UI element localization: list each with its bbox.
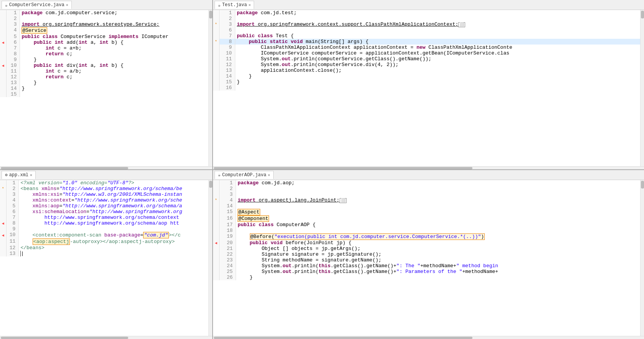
line-content[interactable]: @Component [236, 215, 640, 222]
line-content[interactable]: public int div(int a, int b) { [20, 63, 208, 68]
code-scroll-area-tl[interactable]: 1 package com.jd.computer.service; 2 3 i… [0, 10, 212, 166]
tab-close-app-xml[interactable]: ✕ [30, 173, 32, 177]
code-scroll-area-bl[interactable]: 1 <?xml version="1.0" encoding="UTF-8"?>… [0, 180, 212, 336]
code-area-computer-aop[interactable]: 1 package com.jd.aop; 2 3 [213, 180, 640, 336]
gutter: ◀ [0, 63, 6, 68]
line-content[interactable]: xmlns:xsi="http://www.w3.org/2001/XMLSch… [19, 192, 208, 197]
vertical-scrollbar-br[interactable] [640, 180, 644, 336]
code-area-app-xml[interactable]: 1 <?xml version="1.0" encoding="UTF-8"?>… [0, 180, 208, 336]
line-content[interactable]: } [236, 275, 640, 280]
line-content[interactable]: </beans> [19, 245, 208, 251]
line-content[interactable]: return c; [20, 51, 208, 57]
tab-app-xml[interactable]: ⚙ app.xml ✕ [2, 171, 36, 179]
line-content[interactable]: } [20, 57, 208, 63]
table-row: 7 int c = a+b; [0, 45, 208, 51]
line-content[interactable]: import org.springframework.context.suppo… [235, 21, 640, 27]
tab-close-test[interactable]: ✕ [248, 3, 251, 7]
code-area-computer-service[interactable]: 1 package com.jd.computer.service; 2 3 i… [0, 10, 208, 166]
vertical-scrollbar-bl[interactable] [208, 180, 212, 336]
line-content[interactable]: return c; [20, 74, 208, 80]
line-content[interactable]: <aop:aspectj-autoproxy></aop:aspectj-aut… [19, 238, 208, 245]
line-content[interactable]: public void before(JoinPoint jp) { [236, 240, 640, 246]
scrollbar-thumb-tr[interactable] [214, 167, 472, 169]
gutter [213, 27, 219, 33]
table-row: 9 [0, 226, 208, 232]
line-content[interactable]: @Aspect [236, 209, 640, 215]
line-content[interactable]: Signature signature = jp.getSignature(); [236, 251, 640, 257]
scroll-thumb-br[interactable] [641, 181, 644, 189]
line-content[interactable]: import org.aspectj.lang.JoinPoint;⬜ [236, 197, 640, 203]
vertical-scrollbar-tl[interactable] [208, 10, 212, 166]
line-content[interactable]: int c = a+b; [20, 45, 208, 51]
table-row: 13 | [0, 251, 208, 256]
line-content[interactable] [20, 91, 208, 97]
line-content[interactable]: xmlns:context="http://www.springframewor… [19, 197, 208, 203]
line-content[interactable] [235, 85, 640, 91]
horizontal-scrollbar-tr[interactable] [213, 166, 644, 169]
line-content[interactable]: applicationContext.close(); [235, 68, 640, 73]
table-row: 3 [213, 192, 640, 197]
line-content[interactable]: public class ComputerService implements … [20, 34, 208, 40]
horizontal-scrollbar-tl[interactable] [0, 166, 212, 169]
scrollbar-thumb-bl[interactable] [1, 337, 128, 339]
line-content[interactable]: } [235, 73, 640, 79]
scrollbar-thumb-tl[interactable] [1, 167, 128, 169]
line-content[interactable]: } [20, 80, 208, 86]
line-content[interactable]: System.out.println(computerService.getCl… [235, 56, 640, 62]
line-content[interactable] [20, 16, 208, 21]
line-content[interactable]: <beans xmlns="http://www.springframework… [19, 186, 208, 192]
scroll-thumb-bl[interactable] [209, 181, 212, 188]
line-content[interactable] [235, 27, 640, 33]
line-content[interactable]: http://www.springframework.org/schema/ao… [19, 220, 208, 226]
code-area-test[interactable]: 1 package com.jd.test; 2 * 3 import org.… [213, 10, 640, 166]
line-content[interactable]: public static void main(String[] args) { [235, 39, 640, 45]
line-content[interactable]: ClassPathXmlApplicationContext applicati… [235, 45, 640, 50]
line-content[interactable]: IComputerService computerService = appli… [235, 50, 640, 56]
line-content[interactable]: package com.jd.test; [235, 10, 640, 16]
line-content[interactable] [236, 228, 640, 233]
horizontal-scrollbar-bl[interactable] [0, 336, 212, 339]
line-content[interactable] [235, 16, 640, 21]
tab-computer-aop[interactable]: ☕ ComputerAOP.java ✕ [215, 171, 274, 179]
line-content[interactable]: System.out.println(computerService.div(4… [235, 62, 640, 68]
line-content[interactable]: Object [] objects = jp.getArgs(); [236, 246, 640, 251]
scroll-thumb-tr[interactable] [641, 11, 644, 18]
line-content[interactable] [236, 203, 640, 209]
line-content[interactable] [236, 186, 640, 192]
line-content[interactable]: public class Test { [235, 33, 640, 39]
vertical-scrollbar-tr[interactable] [640, 10, 644, 166]
line-content[interactable]: <context:component-scan base-package="co… [19, 232, 208, 238]
horizontal-scrollbar-br[interactable] [213, 336, 644, 339]
line-content[interactable]: package com.jd.aop; [236, 180, 640, 186]
tab-test[interactable]: ☕ Test.java ✕ [215, 1, 254, 9]
table-row: 2 [0, 16, 208, 21]
table-row: 11 <aop:aspectj-autoproxy></aop:aspectj-… [0, 238, 208, 245]
tab-computer-service[interactable]: ☕ ComputerService.java ✕ [2, 1, 72, 9]
scrollbar-thumb-br[interactable] [214, 337, 472, 339]
line-content[interactable]: import org.springframework.stereotype.Se… [20, 21, 208, 27]
line-content[interactable] [19, 226, 208, 232]
line-content[interactable]: public int add(int a, int b) { [20, 40, 208, 45]
line-content[interactable]: } [235, 79, 640, 85]
code-scroll-area-tr[interactable]: 1 package com.jd.test; 2 * 3 import org.… [213, 10, 644, 166]
tab-close-computer-aop[interactable]: ✕ [268, 173, 270, 177]
line-content[interactable]: http://www.springframework.org/schema/co… [19, 215, 208, 220]
line-content[interactable]: xsi:schemaLocation="http://www.springfra… [19, 209, 208, 215]
line-content[interactable]: } [20, 86, 208, 91]
scroll-thumb-tl[interactable] [209, 11, 212, 18]
tab-close-computer-service[interactable]: ✕ [66, 3, 68, 7]
line-content[interactable]: @Service [20, 27, 208, 34]
line-content[interactable]: int c = a/b; [20, 68, 208, 74]
line-content[interactable]: @Before("execution(public int com.jd.com… [236, 233, 640, 240]
line-content[interactable]: System.out.println(this.getClass().getNa… [236, 263, 640, 269]
line-content[interactable]: package com.jd.computer.service; [20, 10, 208, 16]
line-content[interactable]: | [19, 251, 208, 256]
line-content[interactable] [236, 192, 640, 197]
line-content[interactable]: <?xml version="1.0" encoding="UTF-8"?> [19, 180, 208, 186]
table-row: ◀ 8 http://www.springframework.org/schem… [0, 220, 208, 226]
line-content[interactable]: String methodName = signature.getName(); [236, 257, 640, 263]
line-content[interactable]: System.out.println(this.getClass().getNa… [236, 269, 640, 275]
line-content[interactable]: public class ComputerAOP { [236, 222, 640, 228]
line-content[interactable]: xmlns:aop="http://www.springframework.or… [19, 203, 208, 209]
code-scroll-area-br[interactable]: 1 package com.jd.aop; 2 3 [213, 180, 644, 336]
